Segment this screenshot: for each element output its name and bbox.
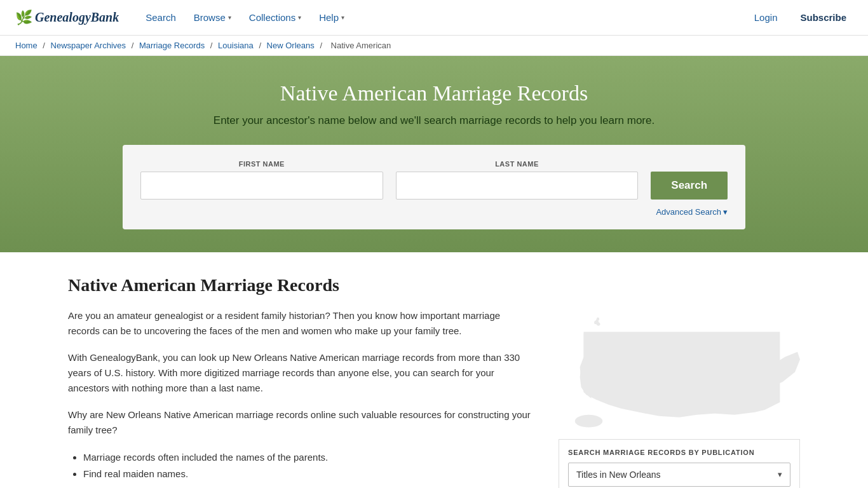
browse-chevron-icon: ▾ [228,14,231,21]
pub-dropdown[interactable]: Titles in New Orleans ▾ [568,463,790,487]
svg-point-0 [575,415,603,428]
main-content: Native American Marriage Records Are you… [53,252,815,488]
help-chevron-icon: ▾ [341,14,344,21]
pub-dropdown-value: Titles in New Orleans [576,470,661,480]
breadcrumb-sep-5: / [320,41,324,50]
breadcrumb-sep-1: / [43,41,47,50]
nav-subscribe[interactable]: Subscribe [794,7,853,28]
logo-leaf-icon: 🌿 [15,10,32,26]
breadcrumb: Home / Newspaper Archives / Marriage Rec… [0,36,868,56]
list-item-2: Find real maiden names. [83,466,533,482]
nav-browse[interactable]: Browse ▾ [187,7,238,28]
site-logo[interactable]: 🌿 GenealogyBank [15,10,119,26]
first-name-label: FIRST NAME [140,160,383,168]
first-name-field-group: FIRST NAME [140,160,383,200]
nav-search[interactable]: Search [139,7,182,28]
advanced-search-chevron-icon: ▾ [723,207,728,217]
nav-help[interactable]: Help ▾ [313,7,351,28]
breadcrumb-current: Native American [331,41,391,50]
search-form: FIRST NAME LAST NAME Search Advanced Sea… [123,145,745,229]
breadcrumb-new-orleans[interactable]: New Orleans [267,41,315,50]
content-para-1: Are you an amateur genealogist or a resi… [68,308,533,339]
hero-section: Native American Marriage Records Enter y… [0,56,868,252]
breadcrumb-sep-3: / [210,41,215,50]
nav-login[interactable]: Login [748,7,784,28]
pub-search-label: SEARCH MARRIAGE RECORDS BY PUBLICATION [568,449,790,456]
last-name-field-group: LAST NAME [396,160,639,200]
hero-title: Native American Marriage Records [15,81,853,105]
collections-chevron-icon: ▾ [298,14,301,21]
last-name-label: LAST NAME [396,160,639,168]
first-name-input[interactable] [140,172,383,200]
sidebar: SEARCH MARRIAGE RECORDS BY PUBLICATION T… [559,275,800,488]
breadcrumb-sep-4: / [259,41,263,50]
search-button[interactable]: Search [651,172,728,200]
usa-map-icon [559,281,800,433]
breadcrumb-louisiana[interactable]: Louisiana [218,41,254,50]
hero-subtitle: Enter your ancestor's name below and we'… [15,114,853,127]
nav-collections[interactable]: Collections ▾ [243,7,308,28]
content-list: Marriage records often included the name… [68,449,533,482]
content-para-3: Why are New Orleans Native American marr… [68,407,533,438]
nav-links: Search Browse ▾ Collections ▾ Help ▾ [139,7,748,28]
usa-map-container [559,275,800,439]
content-title: Native American Marriage Records [68,275,533,295]
breadcrumb-sep-2: / [132,41,136,50]
breadcrumb-home[interactable]: Home [15,41,37,50]
pub-dropdown-chevron-icon: ▾ [778,470,782,479]
logo-text: GenealogyBank [35,10,119,25]
breadcrumb-marriage-records[interactable]: Marriage Records [139,41,205,50]
content-para-2: With GenealogyBank, you can look up New … [68,350,533,396]
nav-right: Login Subscribe [748,7,853,28]
advanced-search-link[interactable]: Advanced Search ▾ [656,207,728,217]
list-item-1: Marriage records often included the name… [83,449,533,466]
content-left: Native American Marriage Records Are you… [68,275,533,488]
pub-dropdown-button[interactable]: Titles in New Orleans ▾ [568,463,790,487]
pub-search-section: SEARCH MARRIAGE RECORDS BY PUBLICATION T… [559,439,800,489]
navbar: 🌿 GenealogyBank Search Browse ▾ Collecti… [0,0,868,36]
breadcrumb-newspaper-archives[interactable]: Newspaper Archives [51,41,126,50]
last-name-input[interactable] [396,172,639,200]
